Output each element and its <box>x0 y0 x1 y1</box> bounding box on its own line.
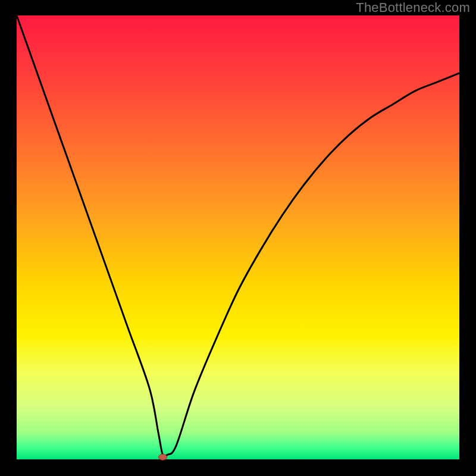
chart-frame: TheBottleneck.com <box>0 0 476 476</box>
optimal-point-marker <box>159 454 167 460</box>
watermark-text: TheBottleneck.com <box>356 0 470 15</box>
plot-background <box>17 15 459 459</box>
bottleneck-chart <box>0 0 476 476</box>
